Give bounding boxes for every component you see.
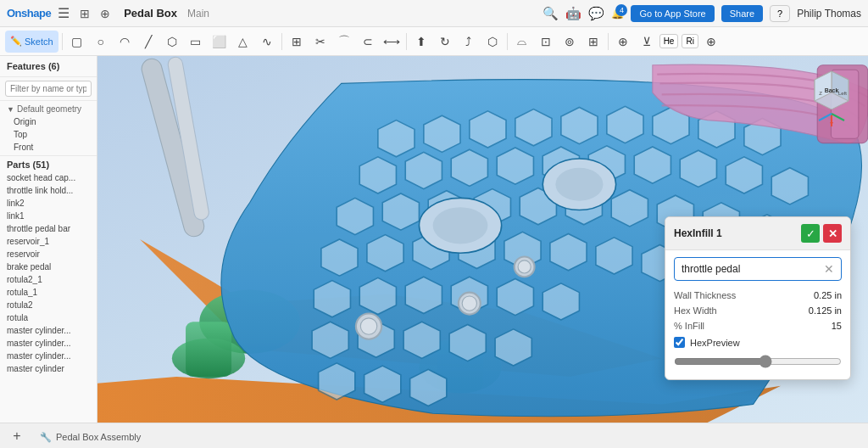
sketch-button[interactable]: ✏️ Sketch bbox=[5, 31, 58, 53]
sidebar-item-part[interactable]: reservoir bbox=[0, 248, 97, 260]
offset-tool[interactable]: ⊂ bbox=[357, 31, 379, 53]
preview-slider[interactable] bbox=[674, 355, 842, 368]
panel-actions: ✓ ✕ bbox=[801, 224, 842, 243]
sidebar-item-part[interactable]: master cylinder bbox=[0, 362, 97, 375]
chat-icon[interactable]: 💬 bbox=[588, 6, 604, 21]
extrude-tool[interactable]: ⬆ bbox=[410, 31, 432, 53]
sidebar-item-part[interactable]: brake pedal bbox=[0, 260, 97, 273]
hamburger-menu-icon[interactable]: ☰ bbox=[58, 5, 70, 21]
wall-thickness-label: Wall Thickness bbox=[674, 290, 736, 300]
tab-pedal-box-assembly[interactable]: 🔧Pedal Box Assembly bbox=[31, 425, 150, 449]
toolbar: ✏️ Sketch ▢ ○ ◠ ╱ ⬡ ▭ ⬜ △ ∿ ⊞ ✂ ⌒ ⊂ ⟷ ⬆ … bbox=[0, 27, 868, 56]
infill-label: % InFill bbox=[674, 321, 704, 331]
topology-icon[interactable]: ⊞ bbox=[76, 5, 93, 22]
main-area: Features (6) ▼ Default geometry Origin T… bbox=[0, 56, 868, 423]
sidebar: Features (6) ▼ Default geometry Origin T… bbox=[0, 56, 97, 423]
revolve-tool[interactable]: ↻ bbox=[434, 31, 456, 53]
sidebar-item-part[interactable]: link1 bbox=[0, 210, 97, 222]
toolbar-separator-4 bbox=[507, 33, 508, 50]
chevron-down-icon: ▼ bbox=[7, 105, 14, 114]
var-ri-btn[interactable]: Ri bbox=[682, 34, 698, 48]
hex-width-value: 0.125 in bbox=[809, 305, 842, 316]
default-geometry-section[interactable]: ▼ Default geometry bbox=[0, 101, 97, 115]
sidebar-item-part[interactable]: rotula2_1 bbox=[0, 273, 97, 286]
add-tab-button[interactable]: + bbox=[7, 426, 27, 446]
sidebar-item-part[interactable]: reservoir_1 bbox=[0, 235, 97, 248]
sidebar-item-part[interactable]: rotula bbox=[0, 311, 97, 324]
tabs-container: 📦Pedal Box🔧Pedal Box Assembly⬡HexMesh Fe… bbox=[31, 423, 150, 448]
name-input-display[interactable]: throttle pedal ✕ bbox=[674, 257, 842, 281]
rect2-tool[interactable]: ⬜ bbox=[209, 31, 231, 53]
sidebar-item-origin[interactable]: Origin bbox=[0, 115, 97, 128]
measure-tool[interactable]: ⊻ bbox=[636, 31, 658, 53]
toolbar-separator-3 bbox=[406, 33, 407, 50]
parts-list: socket head cap...throttle link hold...l… bbox=[0, 171, 97, 423]
robot-icon[interactable]: 🤖 bbox=[565, 6, 581, 21]
rect-tool[interactable]: ▭ bbox=[185, 31, 207, 53]
confirm-button[interactable]: ✓ bbox=[801, 224, 820, 243]
curve-tool[interactable]: ∿ bbox=[256, 31, 278, 53]
viewport[interactable]: Back Left Z HexInfill 1 ✓ ✕ bbox=[97, 56, 868, 423]
dimension-tool[interactable]: ⊞ bbox=[286, 31, 308, 53]
sidebar-item-part[interactable]: master cylinder... bbox=[0, 324, 97, 337]
svg-text:Z: Z bbox=[819, 91, 822, 96]
navigation-cube[interactable]: Back Left Z bbox=[802, 63, 861, 122]
sweep-tool[interactable]: ⤴ bbox=[458, 31, 480, 53]
mirror-tool[interactable]: ⟷ bbox=[381, 31, 403, 53]
sidebar-item-part[interactable]: socket head cap... bbox=[0, 171, 97, 184]
shell-tool[interactable]: ⊡ bbox=[535, 31, 557, 53]
toolbar-separator-5 bbox=[608, 33, 609, 50]
tab-label: Pedal Box Assembly bbox=[56, 432, 141, 442]
sidebar-item-part[interactable]: throttle link hold... bbox=[0, 184, 97, 197]
plus-var-tool[interactable]: ⊕ bbox=[700, 31, 722, 53]
hex-width-row: Hex Width 0.125 in bbox=[674, 303, 842, 318]
hole-tool[interactable]: ⊚ bbox=[559, 31, 581, 53]
triangle-tool[interactable]: △ bbox=[232, 31, 254, 53]
sidebar-item-part[interactable]: rotula2 bbox=[0, 299, 97, 311]
loft-tool[interactable]: ⬡ bbox=[481, 31, 504, 53]
app-store-button[interactable]: Go to App Store bbox=[631, 5, 714, 22]
tab-pedal-box[interactable]: 📦Pedal Box bbox=[31, 423, 150, 423]
hex-preview-checkbox[interactable] bbox=[674, 337, 685, 348]
cancel-button[interactable]: ✕ bbox=[823, 224, 842, 243]
help-button[interactable]: ? bbox=[770, 5, 790, 22]
infill-row: % InFill 15 bbox=[674, 318, 842, 333]
sidebar-item-part[interactable]: master cylinder... bbox=[0, 350, 97, 362]
onshape-logo[interactable]: Onshape bbox=[7, 7, 51, 20]
sidebar-item-part[interactable]: throttle pedal bar bbox=[0, 222, 97, 235]
boolean-tool[interactable]: ⊕ bbox=[612, 31, 634, 53]
fillet3d-tool[interactable]: ⌓ bbox=[511, 31, 533, 53]
var-he-btn[interactable]: He bbox=[659, 34, 679, 48]
sidebar-item-top[interactable]: Top bbox=[0, 128, 97, 141]
document-title[interactable]: Pedal Box bbox=[124, 7, 177, 20]
fillet-tool[interactable]: ⌒ bbox=[333, 31, 355, 53]
pattern-tool[interactable]: ⊞ bbox=[582, 31, 604, 53]
polygon-tool[interactable]: ⬡ bbox=[161, 31, 183, 53]
sidebar-item-part[interactable]: master cylinder... bbox=[0, 337, 97, 350]
select-tool[interactable]: ▢ bbox=[66, 31, 88, 53]
notification-badge[interactable]: 🔔 4 bbox=[611, 8, 624, 20]
input-clear-icon[interactable]: ✕ bbox=[824, 262, 834, 276]
hex-preview-label: HexPreview bbox=[690, 338, 740, 348]
topbar: Onshape ☰ ⊞ ⊕ Pedal Box Main 🔍 🤖 💬 🔔 4 G… bbox=[0, 0, 868, 27]
sidebar-item-part[interactable]: rotula_1 bbox=[0, 286, 97, 299]
filter-input[interactable] bbox=[5, 81, 92, 97]
panel-header: HexInfill 1 ✓ ✕ bbox=[665, 217, 850, 250]
circle-tool[interactable]: ○ bbox=[90, 31, 112, 53]
infill-value: 15 bbox=[832, 321, 842, 331]
line-tool[interactable]: ╱ bbox=[137, 31, 159, 53]
svg-point-70 bbox=[433, 207, 488, 244]
add-icon[interactable]: ⊕ bbox=[97, 5, 114, 22]
arc-tool[interactable]: ◠ bbox=[114, 31, 136, 53]
topbar-right: 🔍 🤖 💬 🔔 4 Go to App Store Share ? Philip… bbox=[542, 5, 861, 22]
user-name[interactable]: Philip Thomas bbox=[797, 8, 861, 20]
svg-line-80 bbox=[832, 114, 844, 120]
hex-preview-row: HexPreview bbox=[674, 333, 842, 351]
share-button[interactable]: Share bbox=[721, 5, 763, 22]
search-icon[interactable]: 🔍 bbox=[542, 6, 559, 21]
trim-tool[interactable]: ✂ bbox=[309, 31, 331, 53]
sidebar-item-part[interactable]: link2 bbox=[0, 197, 97, 210]
panel-title: HexInfill 1 bbox=[674, 227, 722, 239]
hexinfill-panel: HexInfill 1 ✓ ✕ throttle pedal ✕ Wall Th… bbox=[665, 216, 851, 380]
sidebar-item-front[interactable]: Front bbox=[0, 141, 97, 154]
